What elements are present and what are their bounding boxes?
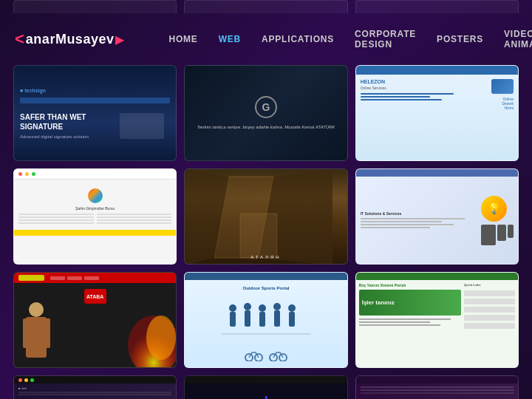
grid-item-ataturk[interactable]: G Tenkim tanbi;a verişre. birşey adahle … xyxy=(184,65,347,161)
dark-site-nav xyxy=(14,376,176,383)
techsign-sub: Advanced digital signature solution xyxy=(20,134,117,139)
grid-item-dark-site[interactable]: ■ dark xyxy=(13,375,177,399)
main-nav: HOME WEB APPLICATIONS CORPORATE DESIGN P… xyxy=(168,29,532,50)
partial-thumb-top-2 xyxy=(184,0,347,13)
svg-rect-11 xyxy=(230,312,236,327)
techsign-device-mockup xyxy=(120,113,164,139)
helezon-right: OnlineDestekHizmi xyxy=(477,79,514,156)
grid-item-outdoor[interactable]: Outdoor Sports Portal xyxy=(184,272,347,368)
helezon-badge xyxy=(491,79,514,94)
solutions-content: IT Solutions & Services 💡 xyxy=(356,177,518,264)
svg-point-12 xyxy=(244,303,251,310)
ataturk-quote: Tenkim tanbi;a verişre. birşey adahle ka… xyxy=(190,124,343,131)
gallery-corridor: ATAЛЯН xyxy=(185,169,347,264)
portal-left: Boş Yatırım Sistemi Portalı İşler tanını… xyxy=(359,283,461,364)
ataba-nav-items xyxy=(50,276,99,280)
ataba-person xyxy=(20,301,53,367)
last-content xyxy=(356,383,518,398)
solutions-bulb-icon: 💡 xyxy=(481,196,507,222)
colorful-logo xyxy=(88,188,103,203)
logo-arrow-icon: ▶ xyxy=(115,33,124,47)
svg-point-6 xyxy=(29,302,44,317)
grid-item-reday[interactable]: reday xyxy=(184,375,347,399)
svg-rect-15 xyxy=(259,312,265,327)
portal-link-1 xyxy=(464,290,515,296)
ataturk-overlay: G Tenkim tanbi;a verişre. birşey adahle … xyxy=(185,66,347,160)
outdoor-bikes xyxy=(245,348,287,361)
bike-svg-1 xyxy=(245,348,263,361)
colorful-nav xyxy=(14,169,176,180)
silhouettes-svg xyxy=(222,301,310,338)
ataturk-logo-circle: G xyxy=(255,96,277,118)
nav-applications[interactable]: APPLICATIONS xyxy=(262,34,334,44)
svg-rect-8 xyxy=(23,318,30,348)
device-tablet xyxy=(497,225,506,241)
helezon-left: HELEZON Online Services xyxy=(361,79,477,156)
dark-line-2 xyxy=(18,394,171,395)
outdoor-title: Outdoor Sports Portal xyxy=(242,286,289,290)
nav-web[interactable]: WEB xyxy=(219,34,241,44)
svg-point-5 xyxy=(146,316,176,360)
reday-nav xyxy=(185,376,347,383)
outdoor-nav xyxy=(185,273,347,280)
helezon-content: HELEZON Online Services OnlineDestekHizm… xyxy=(356,75,518,160)
colorful-cols xyxy=(18,214,171,225)
dark-line-1 xyxy=(18,392,171,393)
grid-item-last[interactable] xyxy=(355,375,519,399)
techsign-logo: ■ techsign xyxy=(20,88,170,93)
helezon-nav xyxy=(356,66,518,75)
header: < anarMusayev ▶ HOME WEB APPLICATIONS CO… xyxy=(0,19,532,59)
svg-rect-13 xyxy=(245,310,250,327)
grid-item-colorful[interactable]: Şahin Girişimciler Bursu xyxy=(13,168,177,265)
svg-rect-17 xyxy=(274,310,280,327)
svg-rect-3 xyxy=(240,214,277,258)
nav-video-animations[interactable]: VIDEO & ANIMATIONS xyxy=(504,29,532,50)
logo-text: anarMusayev xyxy=(26,32,115,47)
logo[interactable]: < anarMusayev ▶ xyxy=(15,31,124,47)
outdoor-content: Outdoor Sports Portal xyxy=(185,280,347,367)
outdoor-silhouettes xyxy=(222,301,310,338)
svg-point-10 xyxy=(229,304,236,312)
svg-point-14 xyxy=(259,304,266,312)
dark-site-content: ■ dark xyxy=(14,383,176,399)
techsign-content: ■ techsign SAFER THAN WET SIGNATURE Adva… xyxy=(14,82,176,145)
colorful-title: Şahin Girişimciler Bursu xyxy=(18,206,171,211)
col-right xyxy=(97,214,172,225)
dot-green xyxy=(30,378,34,382)
svg-point-18 xyxy=(288,304,296,312)
last-line-3 xyxy=(361,392,514,394)
grid-item-solutions[interactable]: IT Solutions & Services 💡 xyxy=(355,168,519,265)
portal-content: Boş Yatırım Sistemi Portalı İşler tanını… xyxy=(356,280,518,367)
nav-dot-yellow xyxy=(25,172,29,176)
grid-item-ataba[interactable]: ATABA xyxy=(13,272,177,368)
techsign-nav-bar xyxy=(20,98,170,103)
corridor-svg xyxy=(185,169,347,264)
grid-item-helezon[interactable]: HELEZON Online Services OnlineDestekHizm… xyxy=(355,65,519,161)
ataba-logo-badge: ATABA xyxy=(84,289,106,304)
last-nav xyxy=(356,376,518,383)
fire-svg xyxy=(102,293,176,367)
nav-home[interactable]: HOME xyxy=(168,34,197,44)
solutions-nav xyxy=(356,169,518,177)
dot-yellow xyxy=(24,378,28,382)
last-line-2 xyxy=(361,389,514,391)
solutions-devices xyxy=(481,225,514,245)
device-monitor xyxy=(481,225,496,245)
nav-corporate-design[interactable]: CORPORATE DESIGN xyxy=(355,29,416,50)
col-left xyxy=(18,214,94,225)
nav-dot-red xyxy=(18,172,22,176)
device-phone xyxy=(508,225,514,238)
portal-lines xyxy=(359,318,461,326)
portal-logo: Boş Yatırım Sistemi Portalı xyxy=(359,283,461,287)
grid-item-portal[interactable]: Boş Yatırım Sistemi Portalı İşler tanını… xyxy=(355,272,519,368)
grid-item-techsign[interactable]: ■ techsign SAFER THAN WET SIGNATURE Adva… xyxy=(13,65,177,161)
colorful-content: Şahin Girişimciler Bursu xyxy=(14,180,176,230)
portal-link-2 xyxy=(464,299,515,304)
solutions-right: 💡 xyxy=(481,196,514,245)
nav-posters[interactable]: POSTERS xyxy=(437,34,483,44)
portal-green-title: İşler tanınız xyxy=(362,299,395,306)
gallery-label: ATAЛЯН xyxy=(250,255,281,259)
logo-chevron-icon: < xyxy=(15,31,24,47)
grid-item-gallery[interactable]: ATAЛЯН xyxy=(184,168,347,265)
reday-title: reday xyxy=(241,394,291,400)
